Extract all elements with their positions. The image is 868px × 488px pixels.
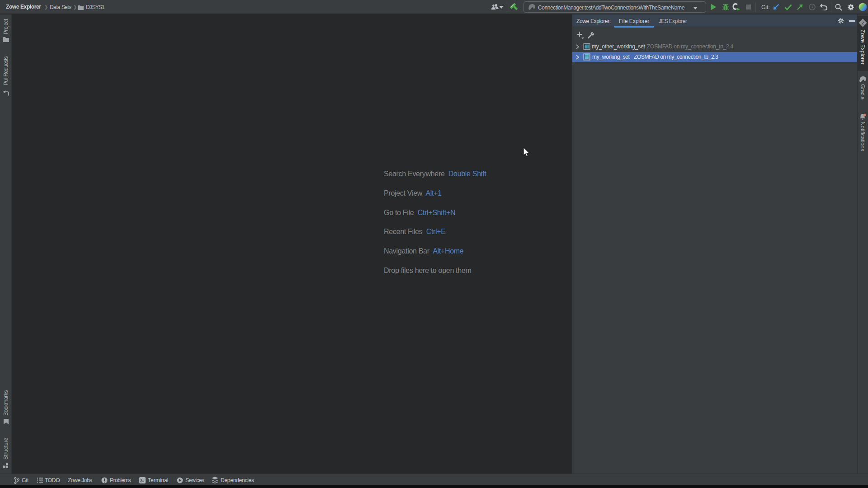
svg-text:Z: Z [862, 20, 864, 25]
